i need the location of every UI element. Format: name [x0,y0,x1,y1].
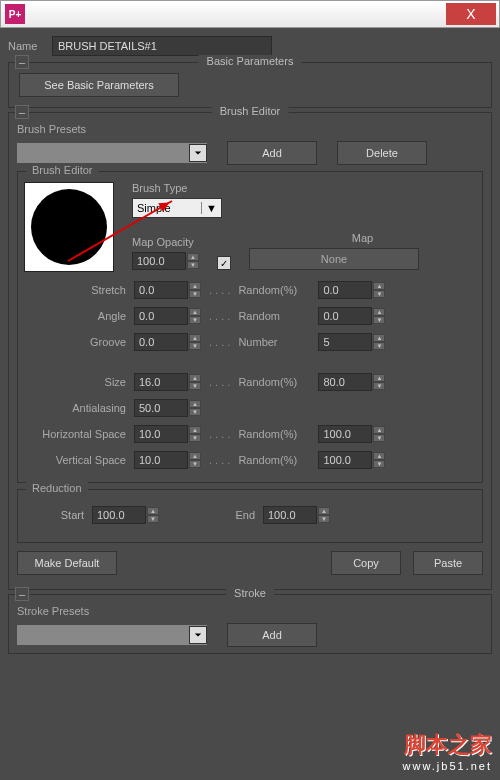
reduction-end-label: End [225,509,255,521]
add-preset-button[interactable]: Add [227,141,317,165]
antialias-spinner[interactable]: 50.0▲▼ [134,399,201,417]
delete-preset-button[interactable]: Delete [337,141,427,165]
antialias-label: Antialasing [24,402,134,414]
chevron-down-icon: ▼ [201,202,217,214]
hspace-label: Horizontal Space [24,428,134,440]
angle-random-label: Random [238,310,318,322]
stretch-random-spinner[interactable]: 0.0▲▼ [318,281,385,299]
brush-preview [24,182,114,272]
app-icon: P+ [5,4,25,24]
stroke-add-button[interactable]: Add [227,623,317,647]
collapse-stroke[interactable]: – [15,587,29,601]
size-spinner[interactable]: 16.0▲▼ [134,373,201,391]
brush-presets-label: Brush Presets [17,123,483,135]
map-button[interactable]: None [249,248,419,270]
name-input[interactable] [52,36,272,56]
brush-presets-dropdown[interactable] [17,143,207,163]
groove-label: Groove [24,336,134,348]
stretch-random-label: Random(%) [238,284,318,296]
paste-button[interactable]: Paste [413,551,483,575]
hspace-random-label: Random(%) [238,428,318,440]
close-button[interactable]: X [446,3,496,25]
vspace-label: Vertical Space [24,454,134,466]
chevron-down-icon [189,626,207,644]
groove-number-spinner[interactable]: 5▲▼ [318,333,385,351]
titlebar: P+ X [0,0,500,28]
hspace-spinner[interactable]: 10.0▲▼ [134,425,201,443]
map-opacity-checkbox[interactable]: ✓ [217,256,231,270]
reduction-label: Reduction [26,482,88,494]
stretch-label: Stretch [24,284,134,296]
brush-editor-inner-label: Brush Editor [26,164,99,176]
copy-button[interactable]: Copy [331,551,401,575]
reduction-start-spinner[interactable]: 100.0▲▼ [92,506,159,524]
size-random-label: Random(%) [238,376,318,388]
section-header-basic: Basic Parameters [199,55,302,67]
brush-type-value: Simple [137,202,171,214]
collapse-basic-params[interactable]: – [15,55,29,69]
angle-label: Angle [24,310,134,322]
see-basic-params-button[interactable]: See Basic Parameters [19,73,179,97]
groove-number-label: Number [238,336,318,348]
make-default-button[interactable]: Make Default [17,551,117,575]
angle-spinner[interactable]: 0.0▲▼ [134,307,201,325]
map-opacity-spinner[interactable]: 100.0▲▼ [132,252,199,270]
brush-type-label: Brush Type [132,182,476,194]
name-label: Name [8,40,52,52]
reduction-end-spinner[interactable]: 100.0▲▼ [263,506,330,524]
stroke-presets-label: Stroke Presets [17,605,483,617]
vspace-random-spinner[interactable]: 100.0▲▼ [318,451,385,469]
angle-random-spinner[interactable]: 0.0▲▼ [318,307,385,325]
reduction-start-label: Start [44,509,84,521]
stretch-spinner[interactable]: 0.0▲▼ [134,281,201,299]
stroke-presets-dropdown[interactable] [17,625,207,645]
vspace-random-label: Random(%) [238,454,318,466]
vspace-spinner[interactable]: 10.0▲▼ [134,451,201,469]
size-label: Size [24,376,134,388]
hspace-random-spinner[interactable]: 100.0▲▼ [318,425,385,443]
groove-spinner[interactable]: 0.0▲▼ [134,333,201,351]
size-random-spinner[interactable]: 80.0▲▼ [318,373,385,391]
section-header-brush-editor: Brush Editor [212,105,289,117]
map-label: Map [249,232,476,244]
section-header-stroke: Stroke [226,587,274,599]
map-opacity-label: Map Opacity [132,236,199,248]
watermark: 脚本之家 www.jb51.net [403,730,492,772]
chevron-down-icon [189,144,207,162]
brush-type-select[interactable]: Simple ▼ [132,198,222,218]
collapse-brush-editor[interactable]: – [15,105,29,119]
